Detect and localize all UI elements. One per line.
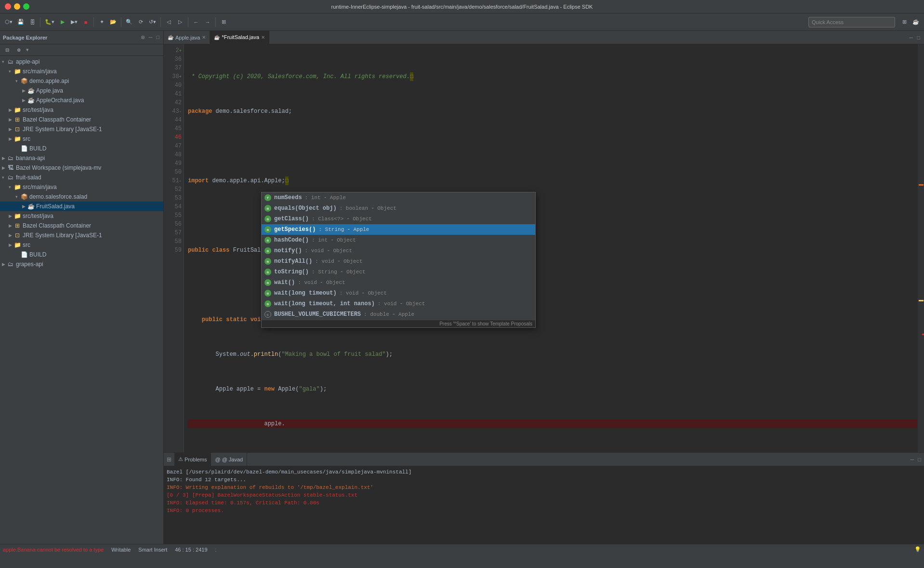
ac-item-equals[interactable]: m equals(Object obj) : boolean - Object <box>262 203 535 214</box>
editor-scrollbar[interactable] <box>917 44 924 452</box>
tree-item-src[interactable]: ▶ 📁 src <box>0 134 163 144</box>
toolbar-sep-1 <box>40 17 40 27</box>
tab-fruitsalad-java[interactable]: ☕ *FruitSalad.java ✕ <box>210 31 269 44</box>
title-bar: runtime-InnerEclipse-simplejava - fruit-… <box>0 0 924 14</box>
quick-access-input[interactable]: Quick Access <box>808 17 895 27</box>
ln-42: 42 <box>164 98 182 107</box>
package-explorer-max-icon[interactable]: □ <box>155 34 160 41</box>
tree-item-fruit-src[interactable]: ▶ 📁 src <box>0 240 163 250</box>
ac-item-wait[interactable]: m wait() : void - Object <box>262 277 535 288</box>
code-editor[interactable]: 2+ 36 37 38+ 40 41 42 43- 44 45 46 47 48… <box>164 44 924 452</box>
tree-item-fruit-src-test[interactable]: ▶ 📁 src/test/java <box>0 211 163 221</box>
chevron-down-icon: ▾ <box>9 185 13 189</box>
tree-item-demo-salesforce-salad[interactable]: ▾ 📦 demo.salesforce.salad <box>0 192 163 202</box>
tab-apple-java[interactable]: ☕ Apple.java ✕ <box>164 31 210 44</box>
tree-item-fruit-build[interactable]: 📄 BUILD <box>0 250 163 259</box>
toolbar-forward-btn[interactable]: → <box>202 16 213 28</box>
toolbar-refresh-btn[interactable]: ↺▾ <box>147 16 158 28</box>
package-explorer-view-menu[interactable]: ▾ <box>25 47 30 53</box>
tree-item-apple-api[interactable]: ▾ 🗂 apple-api <box>0 57 163 67</box>
bottom-tab-controls: ─ □ <box>908 457 924 462</box>
toolbar-nav-btn[interactable]: ⬡▾ <box>3 16 14 28</box>
tab-javadoc[interactable]: @ @ Javad <box>211 453 247 466</box>
main-toolbar: ⬡▾ 💾 🗄 🐛▾ ▶ ▶▾ ■ ✦ 📂 🔍 ⟳ ↺▾ ◁ ▷ ← → ⊞ Qu… <box>0 14 924 31</box>
toolbar-prev-edit-btn[interactable]: ◁ <box>163 16 174 28</box>
toolbar-perspective-btn[interactable]: ⊞ <box>899 16 910 28</box>
tree-item-src-main-java[interactable]: ▾ 📁 src/main/java <box>0 67 163 76</box>
package-explorer-min-icon[interactable]: ─ <box>148 34 154 41</box>
tab-problems[interactable]: ⚠ Problems <box>174 453 211 466</box>
ln-58: 58 <box>164 237 182 246</box>
ac-item-waitLong[interactable]: m wait(long timeout) : void - Object <box>262 288 535 298</box>
toolbar-misc-btn[interactable]: ⊞ <box>218 16 229 28</box>
ln-54: 54 <box>164 203 182 211</box>
close-button[interactable] <box>5 3 11 10</box>
tree-item-grapes-api[interactable]: ▶ 🗂 grapes-api <box>0 259 163 269</box>
classpath-icon: ⊞ <box>13 222 21 230</box>
package-tree: ▾ 🗂 apple-api ▾ 📁 src/main/java ▾ 📦 demo… <box>0 56 163 544</box>
ac-item-notify[interactable]: m notify() : void - Object <box>262 245 535 256</box>
toolbar-back-btn[interactable]: ← <box>191 16 201 28</box>
ln-52: 52 <box>164 185 182 194</box>
expand-icon: ▶ <box>2 165 7 170</box>
ac-item-bushel[interactable]: c BUSHEL_VOLUME_CUBICMETERS : double - A… <box>262 309 535 320</box>
toolbar-save-btn[interactable]: 💾 <box>15 16 26 28</box>
collapse-all-btn[interactable]: ⊟ <box>2 46 13 54</box>
tree-item-fruit-bazel-classpath[interactable]: ▶ ⊞ Bazel Classpath Container <box>0 221 163 230</box>
toolbar-run-btn[interactable]: ▶ <box>57 16 68 28</box>
ac-item-hashCode[interactable]: m hashCode() : int - Object <box>262 235 535 245</box>
ac-item-numSeeds[interactable]: f numSeeds : int - Apple <box>262 192 535 203</box>
tab-close-fruitsalad[interactable]: ✕ <box>261 35 265 40</box>
editor-min-icon[interactable]: ─ <box>909 35 914 41</box>
tree-item-bazel-classpath[interactable]: ▶ ⊞ Bazel Classpath Container <box>0 115 163 124</box>
ln-41: 41 <box>164 90 182 98</box>
toolbar-run-config-btn[interactable]: ▶▾ <box>69 16 79 28</box>
project-icon: 🗂 <box>7 174 14 181</box>
toolbar-sep-5 <box>188 17 188 27</box>
bottom-max-icon[interactable]: □ <box>917 457 922 462</box>
minimize-button[interactable] <box>14 3 20 10</box>
ac-item-toString[interactable]: m toString() : String - Object <box>262 267 535 277</box>
ln-38: 38+ <box>164 72 182 81</box>
bottom-min-icon[interactable]: ─ <box>910 457 915 462</box>
editor-max-icon[interactable]: □ <box>916 35 921 41</box>
package-explorer-sync-icon[interactable]: ⊗ <box>140 34 146 41</box>
ln-56: 56 <box>164 220 182 229</box>
tree-item-fruit-jre-system[interactable]: ▶ ⊡ JRE System Library [JavaSE-1 <box>0 230 163 240</box>
toolbar-next-edit-btn[interactable]: ▷ <box>175 16 185 28</box>
tab-close-apple[interactable]: ✕ <box>202 35 206 40</box>
ac-item-getClass[interactable]: m getClass() : Class<?> - Object <box>262 214 535 224</box>
maximize-button[interactable] <box>23 3 29 10</box>
tree-item-build[interactable]: 📄 BUILD <box>0 144 163 153</box>
ac-item-notifyAll[interactable]: m notifyAll() : void - Object <box>262 256 535 267</box>
tree-item-fruit-src-main[interactable]: ▾ 📁 src/main/java <box>0 182 163 192</box>
tree-item-fruit-salad[interactable]: ▾ 🗂 fruit-salad <box>0 173 163 182</box>
tree-item-apple-java[interactable]: ▶ ☕ Apple.java <box>0 86 163 95</box>
autocomplete-popup[interactable]: f numSeeds : int - Apple m equals(Object… <box>261 192 536 328</box>
toolbar-open-btn[interactable]: 📂 <box>108 16 119 28</box>
toolbar-stop-btn[interactable]: ■ <box>80 16 91 28</box>
tree-item-demo-apple-api[interactable]: ▾ 📦 demo.apple.api <box>0 76 163 86</box>
ac-item-waitLongInt[interactable]: m wait(long timeout, int nanos) : void -… <box>262 298 535 309</box>
toolbar-new-btn[interactable]: ✦ <box>96 16 107 28</box>
console-line-1: INFO: Found 12 targets... <box>167 476 921 484</box>
tree-item-src-test-java[interactable]: ▶ 📁 src/test/java <box>0 105 163 115</box>
window-title: runtime-InnerEclipse-simplejava - fruit-… <box>331 4 593 10</box>
tree-item-bazel-workspace[interactable]: ▶ 🏗 Bazel Workspace (simplejava-mv <box>0 163 163 173</box>
toolbar-search-btn[interactable]: 🔍 <box>124 16 134 28</box>
toolbar-java-btn[interactable]: ☕ <box>911 16 921 28</box>
toolbar-refactor-btn[interactable]: ⟳ <box>135 16 146 28</box>
toolbar-debug-btn[interactable]: 🐛▾ <box>43 16 56 28</box>
ac-item-getSpecies[interactable]: m getSpecies() : String - Apple <box>262 224 535 235</box>
link-editor-btn[interactable]: ⊕ <box>13 46 24 54</box>
project-icon: 🗂 <box>7 154 14 162</box>
tree-item-appleorchard-java[interactable]: ▶ ☕ AppleOrchard.java <box>0 95 163 105</box>
tree-item-jre-system[interactable]: ▶ ⊡ JRE System Library [JavaSE-1 <box>0 124 163 134</box>
java-file-icon: ☕ <box>27 203 35 210</box>
code-line-45: Apple apple = new Apple("gala"); <box>188 385 917 393</box>
tree-item-banana-api[interactable]: ▶ 🗂 banana-api <box>0 153 163 163</box>
toolbar-save-all-btn[interactable]: 🗄 <box>27 16 38 28</box>
constant-icon: c <box>264 311 271 318</box>
code-line-46: ✕ apple. <box>188 419 917 428</box>
tree-item-fruitsalad-java[interactable]: ▶ ☕ FruitSalad.java <box>0 202 163 211</box>
